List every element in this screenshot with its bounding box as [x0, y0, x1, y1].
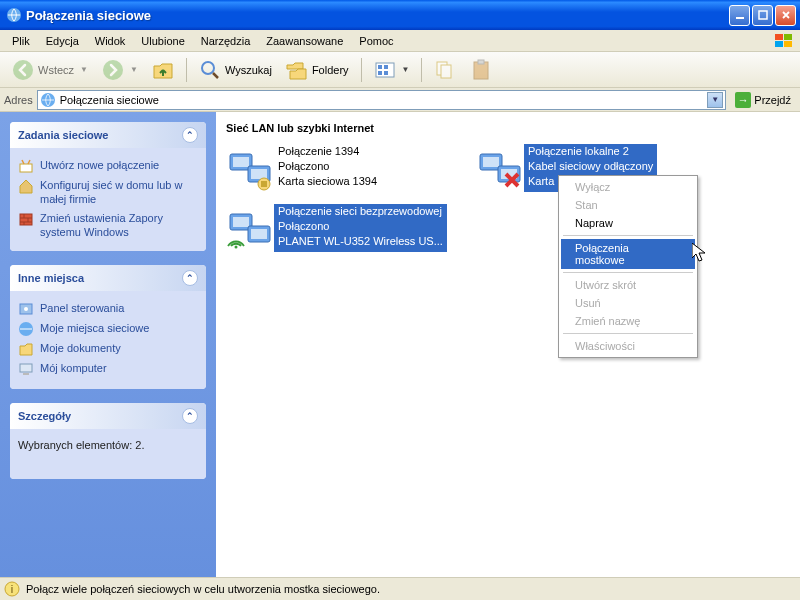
search-icon — [199, 59, 221, 81]
chevron-down-icon: ▼ — [80, 65, 88, 74]
windows-flag-icon — [772, 32, 796, 50]
svg-rect-38 — [233, 217, 249, 227]
minimize-button[interactable] — [729, 5, 750, 26]
connection-device: PLANET WL-U352 Wireless US... — [278, 234, 443, 249]
place-my-computer[interactable]: Mój komputer — [18, 359, 198, 379]
chevron-up-icon[interactable]: ⌃ — [182, 127, 198, 143]
svg-point-8 — [103, 60, 123, 80]
panel-title: Inne miejsca — [18, 272, 84, 284]
address-combo[interactable]: Połączenia sieciowe ▼ — [37, 90, 727, 110]
menu-tools[interactable]: Narzędzia — [193, 33, 259, 49]
back-icon — [12, 59, 34, 81]
connection-name: Połączenie lokalne 2 — [528, 144, 653, 159]
panel-header[interactable]: Szczegóły ⌃ — [10, 403, 206, 429]
connection-item[interactable]: Połączenie 1394 Połączono Karta sieciowa… — [226, 144, 466, 192]
menu-repair[interactable]: Napraw — [561, 214, 695, 232]
close-button[interactable] — [775, 5, 796, 26]
svg-rect-3 — [775, 34, 783, 40]
svg-text:i: i — [11, 583, 13, 595]
menu-shortcut[interactable]: Utwórz skrót — [561, 276, 695, 294]
chevron-up-icon[interactable]: ⌃ — [182, 408, 198, 424]
task-label: Utwórz nowe połączenie — [40, 158, 159, 172]
menu-status[interactable]: Stan — [561, 196, 695, 214]
task-firewall[interactable]: Zmień ustawienia Zapory systemu Windows — [18, 209, 198, 242]
app-icon — [6, 7, 22, 23]
menu-properties[interactable]: Właściwości — [561, 337, 695, 355]
svg-rect-21 — [20, 214, 32, 225]
svg-rect-12 — [384, 65, 388, 69]
chevron-down-icon: ▼ — [402, 65, 410, 74]
menu-favorites[interactable]: Ulubione — [133, 33, 192, 49]
go-icon: → — [735, 92, 751, 108]
connection-text: Połączenie 1394 Połączono Karta sieciowa… — [274, 144, 381, 192]
up-button[interactable] — [146, 57, 180, 83]
network-adapter-icon — [226, 144, 274, 192]
task-label: Zmień ustawienia Zapory systemu Windows — [40, 211, 198, 240]
svg-rect-40 — [251, 229, 267, 239]
details-panel: Szczegóły ⌃ Wybranych elementów: 2. — [10, 403, 206, 479]
menu-edit[interactable]: Edycja — [38, 33, 87, 49]
folders-icon — [286, 59, 308, 81]
panel-title: Zadania sieciowe — [18, 129, 108, 141]
connection-status: Połączono — [278, 159, 377, 174]
connection-status: Połączono — [278, 219, 443, 234]
chevron-down-icon[interactable]: ▼ — [707, 92, 723, 108]
go-button[interactable]: → Przejdź — [730, 90, 796, 110]
connection-status: Kabel sieciowy odłączony — [528, 159, 653, 174]
svg-rect-25 — [20, 364, 32, 372]
svg-rect-20 — [20, 164, 32, 172]
folders-button[interactable]: Foldery — [280, 57, 355, 83]
copy-icon — [434, 59, 456, 81]
menu-bridge[interactable]: Połączenia mostkowe — [561, 239, 695, 269]
menu-file[interactable]: Plik — [4, 33, 38, 49]
svg-rect-1 — [736, 17, 744, 19]
svg-rect-6 — [784, 41, 792, 47]
chevron-down-icon: ▼ — [130, 65, 138, 74]
forward-button[interactable]: ▼ — [96, 57, 144, 83]
paste-button[interactable] — [464, 57, 498, 83]
toolbar-separator — [361, 58, 362, 82]
chevron-up-icon[interactable]: ⌃ — [182, 270, 198, 286]
network-adapter-disconnected-icon — [476, 144, 524, 192]
menu-advanced[interactable]: Zaawansowane — [258, 33, 351, 49]
toolbar: Wstecz ▼ ▼ Wyszukaj Foldery ▼ — [0, 52, 800, 88]
back-label: Wstecz — [38, 64, 74, 76]
panel-header[interactable]: Zadania sieciowe ⌃ — [10, 122, 206, 148]
menu-disable[interactable]: Wyłącz — [561, 178, 695, 196]
paste-icon — [470, 59, 492, 81]
place-network-places[interactable]: Moje miejsca sieciowe — [18, 319, 198, 339]
menu-view[interactable]: Widok — [87, 33, 134, 49]
connection-item[interactable]: Połączenie sieci bezprzewodowej Połączon… — [226, 204, 466, 252]
views-button[interactable]: ▼ — [368, 57, 416, 83]
connection-name: Połączenie sieci bezprzewodowej — [278, 204, 443, 219]
menu-separator — [563, 272, 693, 273]
svg-rect-26 — [23, 373, 29, 375]
control-panel-icon — [18, 301, 34, 317]
menu-delete[interactable]: Usuń — [561, 294, 695, 312]
svg-rect-16 — [441, 65, 451, 78]
menu-rename[interactable]: Zmień nazwę — [561, 312, 695, 330]
svg-rect-28 — [233, 157, 249, 167]
maximize-button[interactable] — [752, 5, 773, 26]
menu-help[interactable]: Pomoc — [351, 33, 401, 49]
svg-rect-11 — [378, 65, 382, 69]
menu-separator — [563, 235, 693, 236]
connection-device: Karta sieciowa 1394 — [278, 174, 377, 189]
section-heading: Sieć LAN lub szybki Internet — [226, 122, 790, 134]
place-my-documents[interactable]: Moje dokumenty — [18, 339, 198, 359]
search-button[interactable]: Wyszukaj — [193, 57, 278, 83]
back-button[interactable]: Wstecz ▼ — [6, 57, 94, 83]
svg-rect-30 — [251, 169, 267, 179]
panel-header[interactable]: Inne miejsca ⌃ — [10, 265, 206, 291]
firewall-icon — [18, 211, 34, 227]
task-new-connection[interactable]: Utwórz nowe połączenie — [18, 156, 198, 176]
svg-rect-32 — [261, 181, 267, 187]
svg-rect-17 — [474, 62, 488, 79]
home-network-icon — [18, 178, 34, 194]
menubar: Plik Edycja Widok Ulubione Narzędzia Zaa… — [0, 30, 800, 52]
panel-body: Panel sterowania Moje miejsca sieciowe M… — [10, 291, 206, 389]
copy-button[interactable] — [428, 57, 462, 83]
place-control-panel[interactable]: Panel sterowania — [18, 299, 198, 319]
svg-rect-13 — [378, 71, 382, 75]
task-home-network[interactable]: Konfiguruj sieć w domu lub w małej firmi… — [18, 176, 198, 209]
